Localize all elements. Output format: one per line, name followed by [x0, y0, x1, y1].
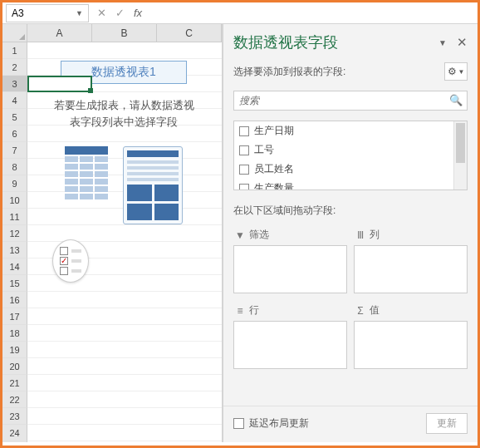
row-header[interactable]: 4 — [2, 92, 27, 109]
row-header[interactable]: 24 — [2, 425, 27, 441]
checklist-illustration-icon — [52, 239, 89, 283]
field-item[interactable]: 生产日期 — [234, 121, 467, 140]
main-area: A B C 1234567891011121314151617181920212… — [2, 24, 478, 442]
pane-subtitle-row: 选择要添加到报表的字段: ⚙▼ — [223, 57, 478, 86]
checkbox[interactable] — [239, 126, 249, 136]
row-cells[interactable] — [27, 325, 222, 342]
grid-row: 20 — [2, 358, 222, 375]
row-header[interactable]: 9 — [2, 175, 27, 192]
defer-layout-label: 延迟布局更新 — [249, 416, 309, 431]
row-header[interactable]: 18 — [2, 325, 27, 342]
row-header[interactable]: 20 — [2, 358, 27, 375]
select-all-corner[interactable] — [2, 24, 27, 42]
row-header[interactable]: 15 — [2, 275, 27, 292]
row-header[interactable]: 12 — [2, 225, 27, 242]
area-rows: ≡行 — [233, 300, 347, 369]
column-header-row: A B C — [2, 24, 222, 42]
row-cells[interactable] — [27, 292, 222, 308]
name-box-value: A3 — [12, 7, 24, 19]
row-header[interactable]: 5 — [2, 109, 27, 126]
pivot-fields-pane: 数据透视表字段 ▼ ✕ 选择要添加到报表的字段: ⚙▼ 🔍 生产日期 工号 员工… — [223, 24, 478, 442]
grid-row: 22 — [2, 391, 222, 408]
search-input[interactable] — [233, 91, 468, 111]
column-header[interactable]: A — [27, 24, 92, 42]
gear-icon: ⚙ — [448, 66, 457, 77]
grid-row: 25 — [2, 441, 222, 442]
row-cells[interactable] — [27, 375, 222, 391]
row-header[interactable]: 22 — [2, 391, 27, 408]
pivot-hint: 若要生成报表，请从数据透视 表字段列表中选择字段 — [32, 97, 215, 130]
fx-label[interactable]: fx — [129, 7, 147, 19]
row-header[interactable]: 23 — [2, 408, 27, 425]
close-icon[interactable]: ✕ — [457, 35, 468, 50]
grid-row: 18 — [2, 325, 222, 342]
row-header[interactable]: 19 — [2, 342, 27, 358]
grid-row: 13 — [2, 242, 222, 258]
grid-row: 19 — [2, 342, 222, 358]
grid-row: 24 — [2, 425, 222, 441]
scrollbar[interactable] — [453, 121, 467, 190]
pane-menu-icon[interactable]: ▼ — [438, 38, 447, 47]
row-header[interactable]: 16 — [2, 292, 27, 308]
area-values: Σ值 — [354, 300, 468, 369]
filter-icon: ▼ — [235, 229, 245, 241]
row-header[interactable]: 7 — [2, 142, 27, 159]
row-cells[interactable] — [27, 358, 222, 375]
pane-subtitle: 选择要添加到报表的字段: — [233, 65, 345, 79]
row-header[interactable]: 3 — [2, 76, 27, 92]
grid-row: 16 — [2, 292, 222, 308]
field-list[interactable]: 生产日期 工号 员工姓名 生产数量 — [233, 121, 468, 190]
values-icon: Σ — [355, 305, 365, 317]
row-header[interactable]: 17 — [2, 308, 27, 325]
confirm-formula-icon: ✓ — [110, 4, 129, 22]
row-header[interactable]: 10 — [2, 192, 27, 209]
row-cells[interactable] — [27, 425, 222, 441]
active-cell[interactable] — [27, 76, 92, 92]
formula-bar-row: A3 ▼ ✕ ✓ fx — [2, 2, 478, 24]
row-cells[interactable] — [27, 391, 222, 408]
row-header[interactable]: 1 — [2, 42, 27, 59]
row-header[interactable]: 25 — [2, 441, 27, 442]
grid-row: 23 — [2, 408, 222, 425]
field-item[interactable]: 生产数量 — [234, 179, 467, 190]
column-header[interactable]: B — [92, 24, 157, 42]
scrollbar-thumb[interactable] — [456, 123, 465, 163]
checkbox[interactable] — [239, 165, 249, 175]
chevron-down-icon: ▼ — [458, 68, 465, 76]
name-box[interactable]: A3 ▼ — [6, 4, 89, 22]
row-cells[interactable] — [27, 342, 222, 358]
field-item[interactable]: 员工姓名 — [234, 160, 467, 179]
row-header[interactable]: 2 — [2, 59, 27, 76]
row-cells[interactable] — [27, 42, 222, 59]
update-button[interactable]: 更新 — [426, 413, 468, 434]
row-header[interactable]: 14 — [2, 258, 27, 275]
filter-dropzone[interactable] — [233, 245, 347, 293]
columns-dropzone[interactable] — [354, 245, 468, 293]
pane-header: 数据透视表字段 ▼ ✕ — [223, 24, 478, 57]
row-cells[interactable] — [27, 441, 222, 442]
field-item[interactable]: 工号 — [234, 140, 467, 160]
area-columns: Ⅲ列 — [354, 224, 468, 293]
grid-row: 14 — [2, 258, 222, 275]
search-icon[interactable]: 🔍 — [449, 94, 463, 106]
row-header[interactable]: 13 — [2, 242, 27, 258]
defer-layout-checkbox[interactable] — [233, 418, 244, 429]
row-header[interactable]: 21 — [2, 375, 27, 391]
column-header[interactable]: C — [157, 24, 222, 42]
grid-row: 17 — [2, 308, 222, 325]
row-header[interactable]: 11 — [2, 209, 27, 225]
rows-icon: ≡ — [235, 305, 245, 317]
row-cells[interactable] — [27, 308, 222, 325]
checkbox[interactable] — [239, 184, 249, 191]
row-header[interactable]: 6 — [2, 126, 27, 142]
checkbox[interactable] — [239, 145, 249, 155]
rows-dropzone[interactable] — [233, 321, 347, 369]
row-header[interactable]: 8 — [2, 159, 27, 175]
row-cells[interactable] — [27, 408, 222, 425]
row-cells[interactable] — [27, 275, 222, 292]
gear-button[interactable]: ⚙▼ — [444, 62, 468, 81]
values-dropzone[interactable] — [354, 321, 468, 369]
chevron-down-icon[interactable]: ▼ — [76, 9, 83, 17]
areas-label: 在以下区域间拖动字段: — [223, 190, 478, 224]
row-cells[interactable] — [27, 225, 222, 242]
